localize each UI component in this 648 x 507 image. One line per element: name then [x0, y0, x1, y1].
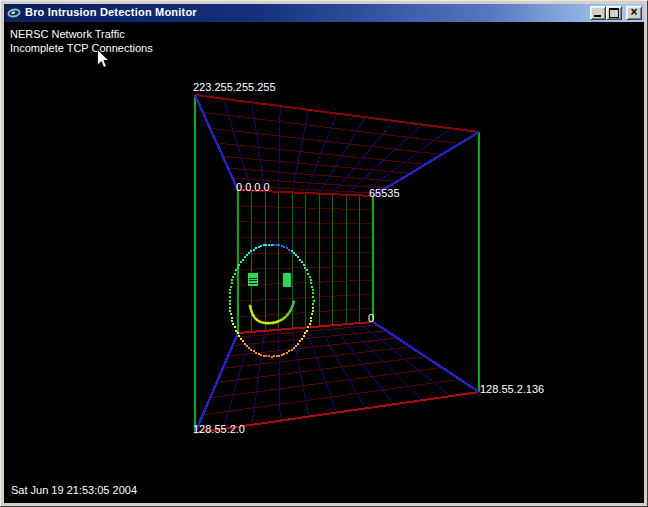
close-icon: ×: [630, 7, 637, 17]
minimize-icon: [594, 15, 601, 17]
titlebar[interactable]: Bro Intrusion Detection Monitor ×: [4, 4, 644, 22]
timestamp-label: Sat Jun 19 21:53:05 2004: [11, 484, 137, 496]
maximize-button[interactable]: [606, 6, 622, 20]
app-window: Bro Intrusion Detection Monitor × NERSC …: [0, 0, 648, 507]
window-title: Bro Intrusion Detection Monitor: [25, 6, 197, 18]
minimize-button[interactable]: [590, 6, 606, 20]
window-controls: ×: [590, 6, 642, 20]
traffic-source-label: NERSC Network Traffic: [10, 28, 125, 40]
close-button[interactable]: ×: [626, 6, 642, 20]
bro-eye-icon: [7, 6, 21, 20]
maximize-icon: [609, 8, 619, 18]
traffic-type-label: Incomplete TCP Connections: [10, 42, 153, 54]
